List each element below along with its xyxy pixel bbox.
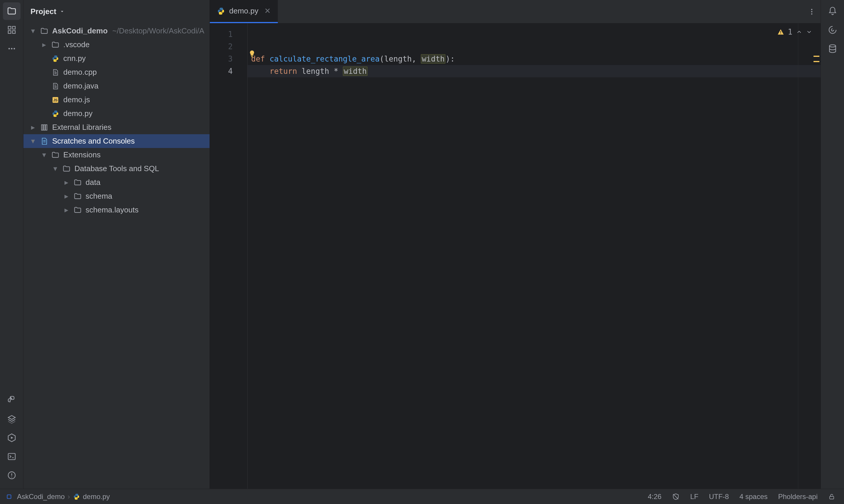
tab-more-button[interactable] xyxy=(803,0,821,23)
play-hex-icon xyxy=(7,433,16,443)
tree-file-java[interactable]: ▸ demo.java xyxy=(23,79,210,93)
prev-highlight-button[interactable] xyxy=(796,29,802,35)
shield-off-icon xyxy=(672,493,680,501)
tree-data-dir[interactable]: ▸ data xyxy=(23,176,210,189)
database-button[interactable] xyxy=(824,40,841,57)
code-area[interactable]: def calculate_rectangle_area(length, wid… xyxy=(247,23,821,504)
warning-mark[interactable] xyxy=(813,56,820,57)
tree-root[interactable]: ▾ AskCodi_demo ~/Desktop/Work/AskCodi/A xyxy=(23,24,210,38)
status-indent[interactable]: 4 spaces xyxy=(736,492,770,501)
chevron-down-icon xyxy=(59,8,65,14)
code-line-current[interactable]: return length * width xyxy=(248,65,821,77)
chevron-right-icon[interactable]: ▸ xyxy=(63,205,70,215)
intention-bulb-icon[interactable] xyxy=(248,50,256,58)
swirl-icon xyxy=(828,25,837,35)
svg-marker-9 xyxy=(11,437,13,439)
status-interpreter[interactable]: Pholders-api xyxy=(775,492,821,501)
error-stripe[interactable] xyxy=(812,23,821,504)
status-caret-pos[interactable]: 4:26 xyxy=(645,492,664,501)
python-file-icon xyxy=(217,7,225,15)
svg-rect-10 xyxy=(8,453,15,460)
chevron-down-icon[interactable]: ▾ xyxy=(40,150,48,159)
notifications-button[interactable] xyxy=(824,2,841,20)
warning-mark[interactable] xyxy=(813,61,820,62)
tree-file-demopy[interactable]: ▸ demo.py xyxy=(23,107,210,121)
status-line-sep[interactable]: LF xyxy=(687,492,701,501)
module-indicator-icon[interactable] xyxy=(6,493,12,500)
svg-point-5 xyxy=(11,48,12,50)
python-file-icon xyxy=(50,55,60,62)
editor-tabbar: demo.py ✕ xyxy=(210,0,821,23)
line-number[interactable]: 2 xyxy=(210,40,247,53)
svg-rect-29 xyxy=(7,494,11,499)
line-number[interactable]: 4 xyxy=(210,65,247,77)
folder-icon xyxy=(73,178,83,187)
services-button[interactable] xyxy=(3,429,20,447)
tree-label: .vscode xyxy=(63,40,90,49)
more-tool-button[interactable] xyxy=(3,40,20,57)
code-line[interactable] xyxy=(248,28,821,40)
tree-label: cnn.py xyxy=(63,54,86,63)
tree-label: data xyxy=(86,178,101,187)
text-file-icon xyxy=(50,82,60,90)
tree-external-libs[interactable]: ▸ External Libraries xyxy=(23,121,210,134)
tree-label: schema.layouts xyxy=(86,205,139,215)
problems-button[interactable] xyxy=(3,467,20,484)
tree-header[interactable]: Project xyxy=(23,0,210,23)
folder-icon xyxy=(73,206,83,214)
code-line[interactable] xyxy=(248,40,821,53)
tree-file-cnn[interactable]: ▸ cnn.py xyxy=(23,52,210,65)
tree-label: External Libraries xyxy=(52,123,111,132)
breadcrumb-file: demo.py xyxy=(83,492,110,501)
status-encoding[interactable]: UTF-8 xyxy=(706,492,732,501)
editor-body[interactable]: 1 2 3 4 def calculate_rectangle_area(len… xyxy=(210,23,821,504)
code-line[interactable]: def calculate_rectangle_area(length, wid… xyxy=(248,53,821,65)
inspections-widget[interactable]: 1 xyxy=(777,28,812,36)
tree-schema-dir[interactable]: ▸ schema xyxy=(23,189,210,203)
project-tool-button[interactable] xyxy=(3,2,20,20)
tree-db-tools[interactable]: ▾ Database Tools and SQL xyxy=(23,162,210,176)
chevron-down-icon[interactable]: ▾ xyxy=(52,164,59,173)
svg-rect-26 xyxy=(780,31,781,33)
warning-circle-icon xyxy=(7,471,16,480)
tree-file-cpp[interactable]: ▸ demo.cpp xyxy=(23,65,210,79)
tree-schema-layouts-dir[interactable]: ▸ schema.layouts xyxy=(23,203,210,217)
status-readonly-icon[interactable] xyxy=(825,493,838,500)
terminal-button[interactable] xyxy=(3,448,20,465)
tree-extensions[interactable]: ▾ Extensions xyxy=(23,148,210,162)
chevron-right-icon[interactable]: ▸ xyxy=(63,192,70,201)
tree-scratches[interactable]: ▾ Scratches and Consoles xyxy=(23,134,210,148)
svg-rect-25 xyxy=(251,57,253,57)
status-power-save-icon[interactable] xyxy=(669,493,683,501)
tree-label: demo.js xyxy=(63,95,90,104)
svg-point-6 xyxy=(14,48,15,50)
gutter: 1 2 3 4 xyxy=(210,23,247,504)
packages-button[interactable] xyxy=(3,410,20,428)
editor-tab-demopy[interactable]: demo.py ✕ xyxy=(210,0,278,23)
folder-icon xyxy=(7,6,17,16)
breadcrumb[interactable]: AskCodi_demo › demo.py xyxy=(17,492,110,501)
line-number[interactable]: 3 xyxy=(210,53,247,65)
tree-file-js[interactable]: ▸ JS demo.js xyxy=(23,93,210,107)
bell-icon xyxy=(828,6,837,16)
warning-icon xyxy=(777,29,784,35)
chevron-right-icon[interactable]: ▸ xyxy=(29,123,36,132)
chevron-right-icon[interactable]: ▸ xyxy=(40,40,48,49)
structure-icon xyxy=(7,25,16,35)
tree-title: Project xyxy=(31,7,56,16)
tree-label: Extensions xyxy=(63,150,101,159)
chevron-down-icon[interactable]: ▾ xyxy=(29,137,36,146)
chevron-right-icon[interactable]: ▸ xyxy=(63,178,70,187)
root-name: AskCodi_demo xyxy=(52,26,108,35)
line-number[interactable]: 1 xyxy=(210,28,247,40)
close-icon[interactable]: ✕ xyxy=(263,6,272,16)
structure-tool-button[interactable] xyxy=(3,21,20,39)
tree-folder-vscode[interactable]: ▸ .vscode xyxy=(23,38,210,52)
svg-point-22 xyxy=(811,11,812,12)
python-file-icon xyxy=(50,110,60,118)
chevron-down-icon[interactable]: ▾ xyxy=(29,26,36,35)
svg-rect-19 xyxy=(44,125,45,130)
python-console-button[interactable] xyxy=(3,392,20,409)
next-highlight-button[interactable] xyxy=(806,29,812,35)
ai-assistant-button[interactable] xyxy=(824,21,841,39)
